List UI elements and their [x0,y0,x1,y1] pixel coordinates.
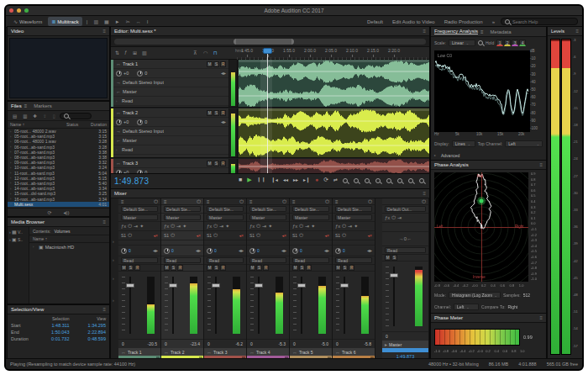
strip-track-name[interactable]: Track 2 [171,350,184,355]
volume-fader[interactable] [247,272,289,340]
import-file-icon[interactable]: ▤ [11,114,18,119]
panel-menu-icon[interactable]: ≡ [575,29,579,34]
zoom-selection-icon[interactable] [408,178,413,183]
send-mute-icon[interactable]: ◂× [282,233,286,238]
playhead-handle[interactable] [263,48,272,54]
strip-track-name[interactable]: Track 5 [299,350,312,355]
mute-solo-arm-buttons[interactable]: MSR [121,265,140,271]
fx-edit-icon[interactable]: ✦ [268,224,272,229]
strip-menu-icon[interactable]: ≡ [207,199,210,204]
fx-icon[interactable]: ƒx [335,224,340,229]
volume-fader[interactable] [204,272,246,340]
skip-selection-button[interactable]: ⇄ [333,177,338,182]
fx-pre-icon[interactable]: ⇥ [348,224,352,229]
timeline-scrollbar-handle[interactable] [234,39,294,45]
zoom-out-icon[interactable] [354,178,359,183]
track-input-select[interactable]: Default Stereo Input [123,129,164,134]
send-label[interactable]: S1 [207,233,212,238]
tab-phase-analysis[interactable]: Phase Analysis [434,162,469,167]
tab-metadata[interactable]: Metadata [486,29,516,34]
automation-mode-select[interactable]: Read [335,257,372,263]
snap-toggle-icon[interactable]: ⊓ [212,50,219,55]
zoom-out-time-icon[interactable] [375,178,381,183]
send-power-icon[interactable]: ⏻ [171,233,175,238]
fx-pre-icon[interactable]: ⇥ [262,224,266,229]
collapse-eq-icon[interactable]: › [113,276,114,281]
automation-mode-select[interactable]: Read [249,257,286,263]
playhead-timecode[interactable]: 1:49.873 [114,177,149,186]
mode-select[interactable]: Histogram (Log Zoom)⌄ [449,292,501,298]
tree-item-volumes[interactable]: › ▦ V.. [9,230,27,235]
tab-mixer[interactable]: Mixer [114,191,127,196]
automation-mode-select[interactable]: Read [121,257,158,263]
mute-solo-buttons[interactable]: MS [385,255,397,261]
grid-tool-icon[interactable]: ▥ [92,18,100,24]
time-selection-band[interactable] [260,60,272,174]
scan-icon[interactable] [478,40,483,45]
mute-solo-arm-buttons[interactable]: MSR [164,265,183,271]
strip-output-select[interactable]: Master [207,214,244,220]
volume-value[interactable]: +0 [123,71,129,76]
file-row[interactable]: › 16-root...ab-sard.mp3 3:34 [8,196,109,201]
fader-handle[interactable] [212,283,220,288]
send-mute-icon[interactable]: ◂× [368,233,372,238]
play-button[interactable]: ▶ [247,177,251,182]
strip-input-select[interactable]: Default Ste... [335,206,372,212]
strip-input-select[interactable]: Default Ste... [249,206,286,212]
file-row[interactable]: › 13-root...ab-sard.mp3 5:40 [8,181,109,186]
power-icon[interactable]: ⏻ [325,199,329,204]
automation-mode-select[interactable]: Read [292,257,329,263]
speaker-icon[interactable]: ◂)) [62,209,71,215]
track-zoom-icon[interactable]: ⇅ [113,50,121,55]
power-icon[interactable]: ⏻ [368,199,372,204]
fast-forward-button[interactable]: ▸▸ [293,177,298,182]
search-help-box[interactable] [501,18,578,25]
panel-menu-icon[interactable]: ≡ [423,191,426,196]
panel-menu-icon[interactable]: ≡ [480,29,484,34]
file-row[interactable]: › Multi.sesx 4:01 [8,202,109,207]
collapse-sends-icon[interactable]: › [113,257,114,262]
pan-value[interactable]: 0 [300,248,302,253]
fader-handle[interactable] [390,273,398,277]
track-output-select[interactable]: Master [123,89,137,94]
fader-handle[interactable] [169,283,177,288]
power-icon[interactable]: ⏻ [282,199,286,204]
hold-button[interactable]: 1 [496,40,503,46]
track-name[interactable]: Track 3 [123,161,138,166]
new-file-icon[interactable]: ✚ [31,114,39,119]
media-column-name[interactable]: Name ↑ [29,235,109,243]
file-row[interactable]: › 14-root...ab-sard.mp3 3:34 [8,186,109,191]
fx-pre-icon[interactable]: ⇥ [397,215,402,220]
fx-icon[interactable]: ƒx [164,224,169,229]
tab-files[interactable]: Files [11,103,22,108]
fx-edit-icon[interactable]: ✦ [139,224,144,229]
fx-icon[interactable]: ƒx [385,215,390,220]
fx-power-icon[interactable]: ⏻ [128,224,132,229]
file-row[interactable]: › 12-root...ab-sard.mp3 5:15 [8,176,109,181]
multitrack-view-button[interactable]: ≣Multitrack [48,17,82,26]
power-icon[interactable]: ⏻ [197,199,201,204]
fx-edit-icon[interactable]: ✦ [182,224,186,229]
fx-pre-icon[interactable]: ⇥ [219,224,223,229]
strip-track-name[interactable]: Track 1 [128,350,141,355]
strip-menu-icon[interactable]: ≡ [292,199,296,204]
go-to-start-button[interactable]: ❙◂ [271,177,278,182]
drag-handle-icon[interactable]: ↔ [116,161,121,166]
file-row[interactable]: › 07-root...ab-sard.mp3 3:38 [8,150,109,155]
fx-icon[interactable]: ƒx [207,224,212,229]
loop-playback-button[interactable]: ⟳ [323,177,328,182]
fader-handle[interactable] [297,283,306,288]
file-row[interactable]: › 10-root...ab-sard.mp3 3:24 [8,165,109,170]
master-output-select[interactable]: Default Out... [385,206,426,212]
power-icon[interactable]: ⏻ [239,199,244,204]
tab-media-browser[interactable]: Media Browser [11,219,45,224]
send-label[interactable]: S1 [292,233,297,238]
display-select[interactable]: Lines⌄ [452,140,475,147]
automation-mode-select[interactable]: Read [207,257,244,263]
volume-knob[interactable] [116,119,122,125]
pause-button[interactable]: ❙❙ [257,177,266,182]
workspace-edit-audio-to-video[interactable]: Edit Audio to Video [389,19,438,24]
tab-editor[interactable]: Editor: Multi.sesx * [114,29,156,34]
workspace-radio-production[interactable]: Radio Production [441,19,486,24]
strip-track-name[interactable]: Track 6 [342,350,355,355]
